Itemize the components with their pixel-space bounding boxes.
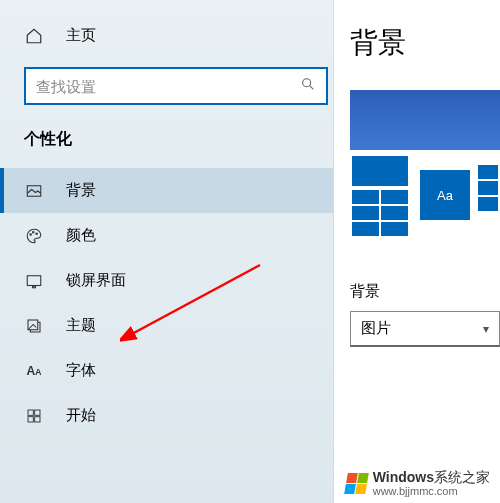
watermark: Windows系统之家 www.bjjmmc.com — [346, 469, 490, 497]
background-type-dropdown[interactable]: 图片 ▾ — [350, 311, 500, 347]
svg-rect-12 — [35, 416, 40, 421]
svg-line-1 — [310, 86, 314, 90]
start-icon — [24, 408, 44, 424]
svg-point-5 — [36, 233, 38, 235]
sidebar-item-colors[interactable]: 颜色 — [0, 213, 333, 258]
sidebar-item-lockscreen[interactable]: 锁屏界面 — [0, 258, 333, 303]
theme-icon — [24, 317, 44, 335]
desktop-preview: Aa — [350, 90, 500, 240]
svg-rect-10 — [35, 410, 40, 415]
sidebar-item-start[interactable]: 开始 — [0, 393, 333, 438]
sidebar-item-fonts[interactable]: AA 字体 — [0, 348, 333, 393]
dropdown-value: 图片 — [361, 319, 391, 338]
home-nav[interactable]: 主页 — [24, 16, 333, 55]
lockscreen-icon — [24, 272, 44, 290]
home-icon — [24, 27, 44, 45]
background-label: 背景 — [350, 282, 500, 301]
main-panel: 背景 Aa 背景 图片 ▾ — [333, 0, 500, 503]
sidebar-item-label: 开始 — [66, 406, 96, 425]
palette-icon — [24, 227, 44, 245]
font-icon: AA — [24, 364, 44, 378]
sidebar: 主页 个性化 背景 — [0, 0, 333, 503]
svg-point-0 — [303, 79, 311, 87]
watermark-text: 系统之家 — [434, 469, 490, 485]
svg-rect-7 — [33, 286, 36, 288]
windows-logo-icon — [344, 473, 369, 494]
chevron-down-icon: ▾ — [483, 322, 489, 336]
search-box[interactable] — [24, 67, 328, 105]
svg-point-3 — [30, 233, 32, 235]
svg-rect-9 — [28, 410, 33, 415]
home-label: 主页 — [66, 26, 96, 45]
sidebar-item-label: 锁屏界面 — [66, 271, 126, 290]
svg-rect-11 — [28, 416, 33, 421]
search-input[interactable] — [36, 78, 300, 95]
section-title: 个性化 — [24, 129, 333, 150]
preview-tile: Aa — [420, 170, 470, 220]
svg-rect-6 — [27, 275, 41, 285]
sidebar-item-label: 颜色 — [66, 226, 96, 245]
sidebar-item-label: 主题 — [66, 316, 96, 335]
page-title: 背景 — [350, 24, 500, 62]
watermark-url: www.bjjmmc.com — [373, 485, 490, 497]
sidebar-item-label: 字体 — [66, 361, 96, 380]
search-icon — [300, 76, 316, 96]
sidebar-item-themes[interactable]: 主题 — [0, 303, 333, 348]
picture-icon — [24, 182, 44, 200]
watermark-brand: Windows — [373, 469, 434, 485]
svg-point-4 — [33, 231, 35, 233]
sidebar-item-background[interactable]: 背景 — [0, 168, 333, 213]
sidebar-item-label: 背景 — [66, 181, 96, 200]
